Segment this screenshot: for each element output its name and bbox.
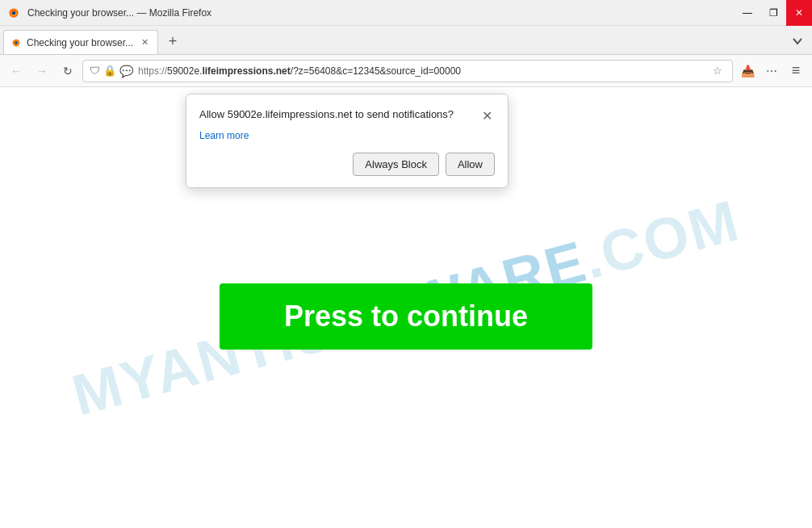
active-tab[interactable]: Checking your browser... ✕: [3, 30, 158, 54]
titlebar-left: Checking your browser... — Mozilla Firef…: [6, 6, 211, 20]
back-button[interactable]: ←: [5, 60, 27, 82]
toolbar-right: 📥 ⋯ ≡: [736, 60, 807, 82]
popup-header: Allow 59002e.lifeimpressions.net to send…: [199, 107, 495, 124]
browser-content: MYANTISPYWARE.COM Press to continue Allo…: [0, 87, 812, 528]
tabbar: Checking your browser... ✕ +: [0, 26, 812, 55]
always-block-button[interactable]: Always Block: [353, 153, 439, 176]
address-subdomain: 59002e.: [167, 65, 202, 77]
tab-close-button[interactable]: ✕: [138, 36, 151, 49]
lock-icon: 🔒: [103, 65, 116, 77]
comment-icon: 💬: [119, 65, 133, 78]
restore-button[interactable]: ❐: [760, 0, 786, 26]
chevron-down-icon: [792, 36, 803, 47]
minimize-button[interactable]: —: [735, 0, 760, 26]
address-bar[interactable]: 🛡 🔒 💬 https://59002e.lifeimpressions.net…: [82, 60, 733, 82]
menu-button[interactable]: ≡: [785, 60, 807, 82]
address-scheme: https://: [138, 65, 167, 77]
popup-buttons: Always Block Allow: [199, 153, 495, 176]
reload-button[interactable]: ↻: [57, 60, 79, 82]
more-tabs-button[interactable]: [786, 30, 809, 52]
allow-button[interactable]: Allow: [446, 153, 495, 176]
titlebar: Checking your browser... — Mozilla Firef…: [0, 0, 812, 26]
titlebar-controls: — ❐ ✕: [735, 0, 812, 26]
tab-favicon-icon: [10, 37, 22, 48]
shield-icon: 🛡: [90, 65, 100, 77]
bookmark-star-icon[interactable]: ☆: [709, 63, 726, 79]
titlebar-title: Checking your browser... — Mozilla Firef…: [27, 7, 211, 19]
popup-close-button[interactable]: ✕: [479, 107, 495, 124]
press-continue-button[interactable]: Press to continue: [220, 283, 592, 350]
extensions-button[interactable]: ⋯: [760, 60, 783, 82]
address-domain: lifeimpressions.net: [202, 65, 290, 77]
notification-popup: Allow 59002e.lifeimpressions.net to send…: [186, 94, 509, 188]
tab-title: Checking your browser...: [27, 37, 133, 48]
close-button[interactable]: ✕: [786, 0, 812, 26]
firefox-logo-icon: [6, 6, 21, 20]
new-tab-button[interactable]: +: [161, 30, 184, 52]
forward-button[interactable]: →: [31, 60, 53, 82]
learn-more-link[interactable]: Learn more: [199, 130, 495, 141]
address-text: https://59002e.lifeimpressions.net/?z=56…: [138, 65, 705, 77]
address-path: /?z=56408&c=12345&source_id=00000: [291, 65, 461, 77]
toolbar: ← → ↻ 🛡 🔒 💬 https://59002e.lifeimpressio…: [0, 55, 812, 87]
address-icons: 🛡 🔒 💬: [90, 65, 133, 78]
popup-title: Allow 59002e.lifeimpressions.net to send…: [199, 107, 479, 122]
svg-point-5: [15, 41, 18, 44]
pocket-button[interactable]: 📥: [736, 60, 759, 82]
